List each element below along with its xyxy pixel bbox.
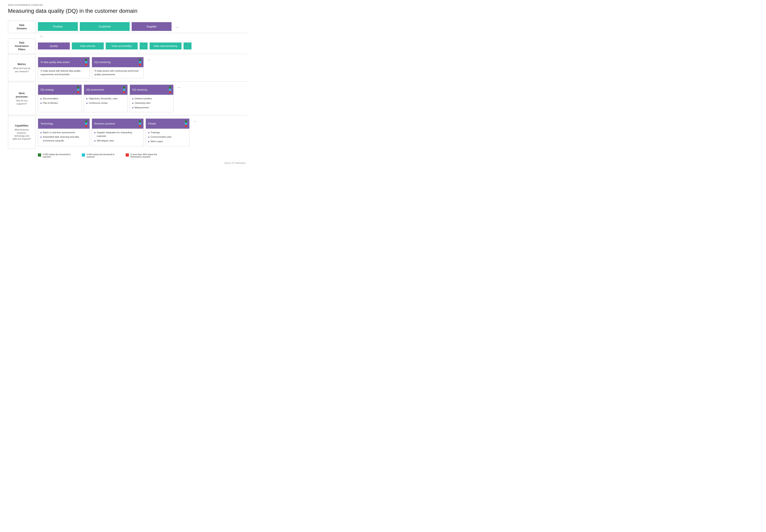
capabilities-ellipsis: ...	[191, 118, 198, 146]
pillar-ellipsis1: ...	[140, 42, 148, 49]
indicator-teal-7	[139, 123, 141, 125]
bullet-objectives: ▶ Objectives, thresholds, rules	[86, 97, 125, 100]
metric-card-2: DQ monitoring % Data assets with continu…	[92, 57, 144, 78]
indicator-green-4	[123, 86, 125, 88]
domains-ellipsis: ...	[174, 25, 181, 29]
metric-card-1-indicators	[85, 59, 87, 66]
bullet-plan-monitor: ▶ Plan & Monitor	[40, 101, 79, 105]
arrow-icon-14: ▶	[148, 140, 150, 143]
work-processes-ellipsis: ...	[176, 85, 183, 112]
people-title: People	[148, 122, 156, 125]
arrow-icon-3: ▶	[86, 97, 88, 100]
indicator-red-3	[77, 91, 79, 93]
indicator-red-6	[85, 125, 87, 127]
bullet-continuous-review: ▶ Continuous review	[86, 101, 125, 105]
legend-teal: if 40% below the threshold is reached	[82, 153, 118, 158]
dq-assessment-title: DQ assessment	[86, 88, 104, 91]
metric-card-2-title: DQ monitoring	[94, 61, 111, 64]
metric-card-1-title: % data quality data assets	[40, 61, 70, 64]
indicator-green-1	[85, 59, 87, 61]
arrow-icon-10: ▶	[94, 131, 96, 134]
technology-body: ▶ Batch or real-time assessments ▶ Autom…	[38, 129, 90, 145]
pillars-label: DataGovernancePillars	[8, 38, 36, 54]
main-grid: DataDomains Product Customer Supplier ..…	[8, 20, 247, 149]
bullet-raci: ▶ RACI matrix	[148, 140, 187, 143]
dq-cleansing-header: DQ cleansing	[130, 85, 173, 95]
legend-red-text: if more than 40% below the threshold is …	[130, 153, 162, 158]
metrics-content: % data quality data assets % Data assets…	[36, 54, 247, 82]
domain-supplier: Supplier	[132, 22, 172, 31]
page-subtitle: DATA GOVERNANCE EXERCISE	[8, 4, 247, 6]
indicator-teal-3	[77, 89, 79, 91]
indicator-red-8	[185, 125, 187, 127]
dq-strategy-indicators	[77, 86, 79, 93]
domains-label: DataDomains	[8, 21, 36, 33]
legend-green-text: if 20% below the threshold is reached	[43, 153, 74, 158]
work-card-dq-assessment: DQ assessment ▶ Objectives, thresholds, …	[84, 85, 128, 112]
metric-card-2-body: % Data assets with continuously performe…	[92, 67, 143, 78]
pillars-content: Quality Data security Data accessibility…	[36, 38, 247, 54]
pillar-data-representativity: Data representativity	[150, 42, 182, 49]
legend: if 20% below the threshold is reached if…	[8, 153, 247, 158]
domains-content: Product Customer Supplier ...	[36, 20, 247, 33]
indicator-teal-8	[185, 123, 187, 125]
indicator-teal-5	[169, 89, 171, 91]
bullet-automated: ▶ Automated data cleansing and data enri…	[40, 135, 87, 142]
arrow-icon-9: ▶	[40, 135, 42, 139]
metrics-ellipsis: ...	[146, 57, 153, 78]
pillar-ellipsis2: ...	[184, 42, 191, 49]
bullet-measurement: ▶ Measurement	[132, 106, 171, 109]
cap-card-technology: Technology ▶ Batch or real-time assessme…	[38, 118, 90, 146]
dq-cleansing-body: ▶ Defined activities ▶ Cleansing rules ▶…	[130, 95, 173, 112]
dq-cleansing-indicators	[169, 86, 171, 93]
pillar-data-security: Data security	[72, 42, 104, 49]
pillar-data-accessibility: Data accessibility	[106, 42, 138, 49]
dq-assessment-indicators	[123, 86, 125, 93]
business-header: Business practices	[92, 119, 143, 129]
indicator-red-7	[139, 125, 141, 127]
work-card-dq-cleansing: DQ cleansing ▶ Defined activities ▶ Clea…	[130, 85, 174, 112]
indicator-green-8	[185, 120, 187, 122]
indicator-red-2	[139, 64, 141, 66]
people-body: ▶ Trainings ▶ Communication plan ▶ RACI …	[146, 129, 189, 146]
legend-teal-square	[82, 153, 85, 157]
arrow-icon-7: ▶	[132, 106, 134, 109]
arrow-icon-11: ▶	[94, 139, 96, 142]
business-title: Business practices	[94, 122, 115, 125]
arrow-icon-13: ▶	[148, 135, 150, 139]
legend-red-square	[126, 153, 129, 157]
work-processes-label: Workprocesses How do yousupport it?	[8, 82, 36, 115]
metric-card-2-header: DQ monitoring	[92, 57, 143, 67]
bullet-360: ▶ 360-degree view	[94, 139, 141, 142]
arrow-icon-1: ▶	[40, 97, 42, 100]
indicator-red-1	[85, 64, 87, 66]
arrow-icon-12: ▶	[148, 131, 150, 134]
bullet-cleansing-rules: ▶ Cleansing rules	[132, 101, 171, 105]
indicator-teal-2	[139, 61, 141, 63]
metric-card-2-indicators	[139, 59, 141, 66]
cap-card-business: Business practices ▶ Supplier integratio…	[92, 118, 144, 146]
indicator-red-4	[123, 91, 125, 93]
indicator-red-5	[169, 91, 171, 93]
people-header: People	[146, 119, 189, 129]
arrow-icon-6: ▶	[132, 102, 134, 105]
dq-strategy-header: DQ strategy	[38, 85, 82, 95]
metric-card-1: % data quality data assets % Data assets…	[38, 57, 90, 78]
dq-strategy-title: DQ strategy	[40, 88, 54, 91]
indicator-green-7	[139, 120, 141, 122]
down-arrow: ↓	[36, 33, 247, 38]
domain-customer: Customer	[80, 22, 130, 31]
technology-header: Technology	[38, 119, 90, 129]
dq-cleansing-title: DQ cleansing	[132, 88, 147, 91]
indicator-green-6	[85, 120, 87, 122]
arrow-icon-8: ▶	[40, 131, 42, 134]
business-indicators	[139, 120, 141, 127]
indicator-green-5	[169, 86, 171, 88]
legend-teal-text: if 40% below the threshold is reached	[87, 153, 118, 158]
work-card-dq-strategy: DQ strategy ▶ Documentation ▶ Plan & Mon…	[38, 85, 82, 112]
legend-red: if more than 40% below the threshold is …	[126, 153, 162, 158]
indicator-teal-4	[123, 89, 125, 91]
legend-green-square	[38, 153, 41, 157]
capabilities-label: Capabilities What businesspractices,tech…	[8, 116, 36, 149]
page-title: Measuring data quality (DQ) in the custo…	[8, 8, 247, 14]
